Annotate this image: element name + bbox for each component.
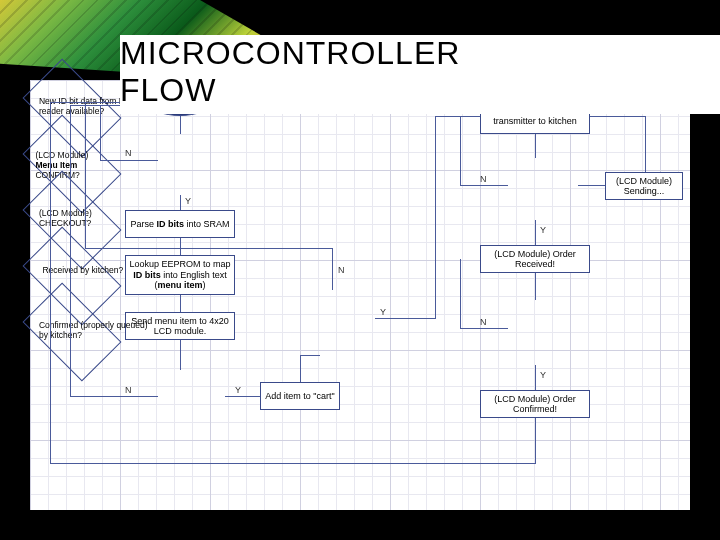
lbl-n: N — [480, 317, 487, 327]
l — [535, 273, 536, 300]
l — [180, 295, 181, 312]
grid-major — [30, 80, 690, 510]
l — [535, 134, 536, 158]
lbl-n: N — [480, 174, 487, 184]
l — [435, 116, 436, 319]
lbl-y: Y — [185, 196, 191, 206]
l — [375, 318, 435, 319]
l — [85, 102, 86, 249]
l — [590, 116, 646, 117]
l — [435, 116, 480, 117]
lbl-n: N — [125, 385, 132, 395]
l — [50, 102, 51, 464]
l — [70, 105, 71, 397]
l — [460, 259, 461, 329]
l — [460, 185, 508, 186]
lbl-n: N — [125, 148, 132, 158]
flowchart-canvas: START New ID bit data from NFC-reader av… — [30, 80, 690, 510]
l — [578, 185, 605, 186]
l — [535, 365, 536, 390]
lbl-y: Y — [380, 307, 386, 317]
l — [460, 116, 461, 186]
l — [535, 220, 536, 245]
l — [85, 248, 333, 249]
l — [645, 116, 646, 172]
node-add-cart: Add item to "cart" — [260, 382, 340, 410]
l — [50, 463, 536, 464]
l — [180, 238, 181, 255]
l — [535, 418, 536, 463]
l — [70, 396, 158, 397]
l — [100, 105, 101, 161]
l — [180, 340, 181, 370]
l — [100, 160, 158, 161]
lbl-y: Y — [540, 225, 546, 235]
lbl-y: Y — [540, 370, 546, 380]
l — [225, 396, 260, 397]
lbl-y: Y — [235, 385, 241, 395]
l — [460, 328, 508, 329]
l — [300, 355, 320, 356]
l — [180, 195, 181, 210]
lbl-n: N — [338, 265, 345, 275]
node-lcd-received: (LCD Module) Order Received! — [480, 245, 590, 273]
l — [180, 116, 181, 134]
slide-title: MICROCONTROLLER FLOW — [120, 35, 720, 114]
node-lcd-confirmed: (LCD Module) Order Confirmed! — [480, 390, 590, 418]
node-lcd-sending: (LCD Module) Sending... — [605, 172, 683, 200]
l — [332, 248, 333, 290]
l — [300, 355, 301, 382]
